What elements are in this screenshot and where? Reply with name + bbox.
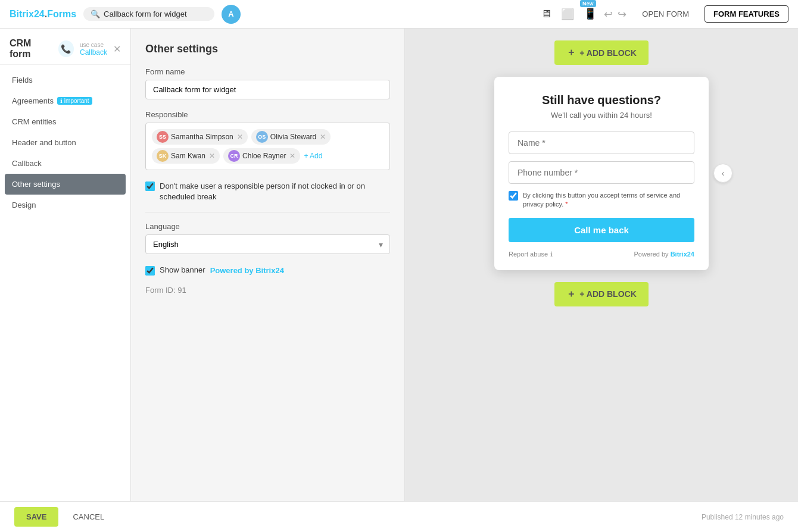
new-badge: New (580, 0, 596, 7)
add-block-top-label: + ADD BLOCK (579, 48, 637, 58)
plus-icon-top: ＋ (566, 46, 576, 59)
collapse-button[interactable]: ‹ (713, 164, 732, 183)
show-banner-label: Show banner (160, 265, 205, 276)
responsible-group: Responsible SS Samantha Simpson ✕ OS Oli… (145, 110, 390, 170)
search-bar[interactable]: 🔍 Callback form for widget (83, 7, 214, 21)
language-select[interactable]: English French German Spanish (145, 234, 390, 254)
tag-avatar-sam: SK (157, 150, 169, 162)
add-block-bottom-label: + ADD BLOCK (579, 289, 637, 299)
nav-item-agreements[interactable]: Agreements ℹ important (0, 90, 130, 111)
important-badge: ℹ important (57, 97, 92, 105)
form-id: Form ID: 91 (145, 286, 390, 295)
bottom-bar: SAVE CANCEL Published 12 minutes ago (0, 501, 798, 532)
tag-avatar-olivia: OS (256, 131, 268, 143)
desktop-icon[interactable]: 🖥 (541, 8, 551, 20)
call-me-back-button[interactable]: Call me back (509, 218, 694, 242)
phone-input[interactable] (509, 161, 694, 184)
language-group: Language English French German Spanish (145, 222, 390, 254)
tablet-icon[interactable]: ⬜ (561, 8, 574, 21)
language-select-wrapper: English French German Spanish (145, 234, 390, 254)
nav-item-header-button[interactable]: Header and button (0, 132, 130, 153)
redo-icon[interactable]: ↪ (618, 8, 626, 21)
nav-item-design[interactable]: Design (0, 195, 130, 215)
cancel-button[interactable]: CANCEL (66, 507, 111, 527)
main-layout: CRM form 📞 use case Callback ✕ Fields Ag… (0, 29, 798, 532)
checkbox-no-responsible-row: Don't make user a responsible person if … (145, 181, 390, 202)
nav-item-fields[interactable]: Fields (0, 70, 130, 90)
undo-icon[interactable]: ↩ (604, 8, 613, 21)
close-button[interactable]: ✕ (113, 43, 121, 55)
use-case-label: use case (80, 42, 107, 48)
widget-terms-row: By clicking this button you accept terms… (509, 191, 694, 209)
req-star: * (565, 201, 568, 208)
phone-icon: 📞 (58, 40, 74, 57)
settings-title: Other settings (145, 43, 390, 55)
checkbox-no-responsible-label: Don't make user a responsible person if … (160, 181, 390, 202)
widget-subtitle: We'll call you within 24 hours! (509, 111, 694, 120)
checkbox-no-responsible[interactable] (145, 181, 155, 191)
brand-num: 24 (687, 251, 694, 258)
content-area: Other settings Form name Responsible SS … (131, 29, 798, 532)
powered-by-brand: Bitrix24 (255, 266, 284, 275)
add-responsible-button[interactable]: + Add (304, 152, 322, 160)
tag-name-samantha: Samantha Simpson (171, 133, 233, 141)
form-features-button[interactable]: FORM FEATURES (705, 5, 788, 23)
responsible-label: Responsible (145, 110, 390, 119)
save-button[interactable]: SAVE (14, 507, 58, 527)
tag-name-chloe: Chloe Rayner (242, 152, 286, 160)
crm-form-title: CRM form (10, 38, 52, 60)
form-name-label: Form name (145, 67, 390, 76)
tag-avatar-chloe: CR (228, 150, 240, 162)
tag-remove-sam[interactable]: ✕ (209, 152, 215, 160)
widget-card: Still have questions? We'll call you wit… (494, 77, 709, 270)
nav-item-other-settings[interactable]: Other settings (5, 174, 126, 195)
search-icon: 🔍 (91, 10, 100, 18)
mobile-icon[interactable]: 📱 (584, 7, 597, 20)
responsible-box: SS Samantha Simpson ✕ OS Olivia Steward … (145, 123, 390, 170)
avatar: A (222, 5, 241, 24)
plus-icon-bottom: ＋ (566, 288, 576, 301)
tag-samantha: SS Samantha Simpson ✕ (152, 129, 248, 145)
logo: Bitrix24.Forms (10, 9, 76, 20)
nav-item-crm-entities[interactable]: CRM entities (0, 111, 130, 132)
left-nav: Fields Agreements ℹ important CRM entiti… (0, 65, 130, 502)
panel-header: CRM form 📞 use case Callback ✕ (0, 29, 130, 65)
add-block-top-button[interactable]: ＋ + ADD BLOCK (554, 40, 649, 65)
open-form-button[interactable]: OPEN FORM (634, 6, 697, 22)
widget-terms-text: By clicking this button you accept terms… (523, 191, 694, 209)
brand-text: Bitrix (671, 251, 687, 258)
device-icons: 🖥 ⬜ New 📱 (541, 8, 597, 21)
widget-footer: Report abuse ℹ Powered by Bitrix24 (509, 251, 694, 258)
add-block-bottom-button[interactable]: ＋ + ADD BLOCK (554, 282, 649, 306)
form-name-input[interactable] (145, 80, 390, 99)
undo-redo-group: ↩ ↪ (604, 8, 626, 21)
info-icon: ℹ (550, 251, 553, 258)
widget-title: Still have questions? (509, 93, 694, 107)
divider (145, 212, 390, 212)
report-abuse-link[interactable]: Report abuse ℹ (509, 251, 553, 258)
tag-remove-samantha[interactable]: ✕ (237, 133, 243, 141)
powered-by-widget: Powered by Bitrix24 (634, 251, 694, 258)
tag-remove-olivia[interactable]: ✕ (320, 133, 326, 141)
settings-panel: Other settings Form name Responsible SS … (131, 29, 405, 532)
show-banner-checkbox[interactable] (145, 266, 155, 276)
preview-area: ＋ + ADD BLOCK Still have questions? We'l… (405, 29, 798, 532)
tag-chloe: CR Chloe Rayner ✕ (223, 148, 300, 164)
name-input[interactable] (509, 132, 694, 154)
tag-olivia: OS Olivia Steward ✕ (251, 129, 331, 145)
left-panel: CRM form 📞 use case Callback ✕ Fields Ag… (0, 29, 131, 532)
widget-terms-checkbox[interactable] (509, 191, 518, 201)
use-case-value: Callback (80, 48, 107, 57)
nav-item-callback[interactable]: Callback (0, 153, 130, 174)
published-info: Published 12 minutes ago (702, 513, 784, 521)
show-banner-row: Show banner Powered by Bitrix24 (145, 265, 390, 276)
tag-name-sam: Sam Kwan (171, 152, 205, 160)
use-case-info: use case Callback (80, 42, 107, 57)
tag-sam: SK Sam Kwan ✕ (152, 148, 220, 164)
tag-remove-chloe[interactable]: ✕ (289, 152, 295, 160)
language-label: Language (145, 222, 390, 231)
form-name-group: Form name (145, 67, 390, 99)
search-input[interactable]: Callback form for widget (104, 10, 199, 18)
tag-name-olivia: Olivia Steward (270, 133, 316, 141)
tag-avatar-samantha: SS (157, 131, 169, 143)
